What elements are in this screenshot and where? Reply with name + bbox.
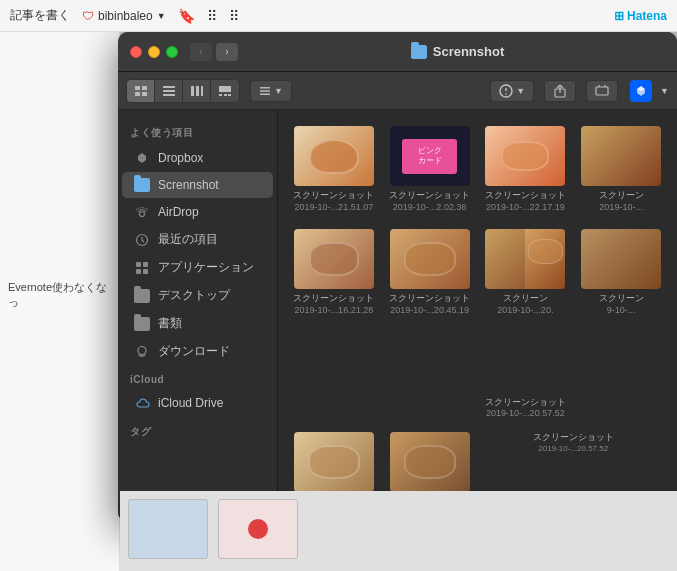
svg-rect-33 (136, 262, 141, 267)
applications-icon (134, 260, 150, 276)
file-label: スクリーン 2019-10-...20. (497, 293, 553, 316)
top-bar: 記事を書く 🛡 bibinbaleo ▼ 🔖 ⠿ ⠿ ⊞ Hatena (0, 0, 677, 32)
file-label: スクリーン 9-10-... (599, 293, 644, 316)
sidebar-item-desktop[interactable]: デスクトップ (122, 282, 273, 309)
file-thumbnail (390, 333, 470, 393)
forward-button[interactable]: › (216, 43, 238, 61)
file-label: スクリーンショット 2019-10-...2.02.36 (389, 190, 470, 213)
file-thumbnail (485, 333, 565, 393)
svg-rect-16 (260, 93, 270, 95)
evernote-text: Evernote使わなくなっ (8, 280, 111, 310)
file-grid: スクリーンショット 2019-10-...21.51.07 ピンクカード (288, 120, 667, 434)
sidebar: よく使う項目 Dropbox Scrennshot (118, 110, 278, 522)
file-item[interactable]: スクリーンショット 2019-10-...16.21.28 (288, 223, 380, 322)
blog-sidebar: Evernote使わなくなっ (0, 32, 120, 571)
dropbox-btn[interactable] (630, 80, 652, 102)
sidebar-item-airdrop[interactable]: AirDrop (122, 199, 273, 225)
user-label[interactable]: 🛡 bibinbaleo ▼ (82, 9, 166, 23)
list-view-btn[interactable] (155, 80, 183, 102)
file-label: スクリーンショット 2019-10-...22.17.19 (485, 190, 566, 213)
file-item[interactable] (384, 327, 476, 426)
finder-window: ‹ › Scrennshot (118, 32, 677, 522)
file-thumbnail (581, 126, 661, 186)
svg-rect-35 (136, 269, 141, 274)
file-label: スクリーンショット 2019-10-...20.57.52 (533, 432, 614, 454)
nav-buttons: ‹ › (190, 43, 238, 61)
favorites-label: よく使う項目 (118, 118, 277, 144)
gallery-view-btn[interactable] (211, 80, 239, 102)
action-btn[interactable]: ▼ (490, 80, 534, 102)
svg-rect-0 (135, 86, 140, 90)
file-thumbnail (294, 333, 374, 393)
file-item[interactable]: スクリーンショット 2019-10-...20.57.52 (480, 327, 572, 426)
sidebar-item-documents[interactable]: 書類 (122, 310, 273, 337)
view-sort-chevron: ▼ (274, 86, 283, 96)
svg-rect-1 (142, 86, 147, 90)
file-thumbnail: ピンクカード (390, 126, 470, 186)
sidebar-item-applications[interactable]: アプリケーション (122, 254, 273, 281)
file-thumbnail (390, 432, 470, 492)
toolbar: ▼ ▼ ▼ (118, 72, 677, 110)
traffic-lights (130, 46, 178, 58)
bookmark-icon[interactable]: 🔖 (178, 8, 195, 24)
bottom-thumb-1 (128, 499, 208, 559)
svg-rect-6 (163, 94, 175, 96)
file-item[interactable]: スクリーンショット 2019-10-...20.45.19 (384, 223, 476, 322)
view-options-btn[interactable]: ▼ (250, 80, 292, 102)
svg-rect-4 (163, 86, 175, 88)
sidebar-item-dropbox[interactable]: Dropbox (122, 145, 273, 171)
file-label: スクリーンショット 2019-10-...20.57.52 (485, 397, 566, 420)
svg-point-19 (505, 93, 507, 95)
svg-rect-3 (142, 92, 147, 96)
sidebar-item-downloads[interactable]: ダウンロード (122, 338, 273, 365)
window-title: Scrennshot (250, 44, 665, 59)
file-item[interactable]: スクリーン 9-10-... (575, 223, 667, 322)
documents-icon (134, 316, 150, 332)
hatena-logo: ⊞ Hatena (614, 9, 667, 23)
menu-icon[interactable]: ⠿ (229, 8, 239, 24)
file-item[interactable]: ピンクカード スクリーンショット 2019-10-...2.02.36 (384, 120, 476, 219)
svg-point-31 (140, 212, 145, 217)
svg-rect-7 (191, 86, 194, 96)
main-content: よく使う項目 Dropbox Scrennshot (118, 110, 677, 522)
file-item[interactable] (288, 327, 380, 426)
svg-rect-11 (219, 94, 222, 96)
write-label[interactable]: 記事を書く (10, 7, 70, 24)
sidebar-item-recents[interactable]: 最近の項目 (122, 226, 273, 253)
file-label: スクリーンショット 2019-10-...21.51.07 (293, 190, 374, 213)
share-btn[interactable] (544, 80, 576, 102)
airdrop-icon (134, 204, 150, 220)
desktop-icon (134, 288, 150, 304)
file-item[interactable]: スクリーン 2019-10-...20. (480, 223, 572, 322)
share-btn2[interactable] (586, 80, 618, 102)
minimize-button[interactable] (148, 46, 160, 58)
bottom-thumb-2 (218, 499, 298, 559)
svg-rect-22 (596, 87, 608, 95)
file-label: スクリーンショット 2019-10-...16.21.28 (293, 293, 374, 316)
file-thumbnail (294, 229, 374, 289)
maximize-button[interactable] (166, 46, 178, 58)
file-thumbnail (390, 229, 470, 289)
svg-rect-2 (135, 92, 140, 96)
view-buttons (126, 79, 240, 103)
svg-rect-9 (201, 86, 203, 96)
apps-icon[interactable]: ⠿ (207, 8, 217, 24)
tags-label: タグ (118, 417, 277, 443)
screenshot-folder-icon (134, 177, 150, 193)
icon-view-btn[interactable] (127, 80, 155, 102)
file-area: スクリーンショット 2019-10-...21.51.07 ピンクカード (278, 110, 677, 522)
close-button[interactable] (130, 46, 142, 58)
file-item[interactable]: スクリーンショット 2019-10-...22.17.19 (480, 120, 572, 219)
svg-rect-34 (143, 262, 148, 267)
recents-icon (134, 232, 150, 248)
sidebar-item-icloud-drive[interactable]: iCloud Drive (122, 390, 273, 416)
title-bar: ‹ › Scrennshot (118, 32, 677, 72)
file-thumbnail (485, 126, 565, 186)
svg-rect-5 (163, 90, 175, 92)
column-view-btn[interactable] (183, 80, 211, 102)
svg-rect-36 (143, 269, 148, 274)
sidebar-item-scrennshot[interactable]: Scrennshot (122, 172, 273, 198)
file-item[interactable]: スクリーン 2019-10-... (575, 120, 667, 219)
back-button[interactable]: ‹ (190, 43, 212, 61)
file-item[interactable]: スクリーンショット 2019-10-...21.51.07 (288, 120, 380, 219)
